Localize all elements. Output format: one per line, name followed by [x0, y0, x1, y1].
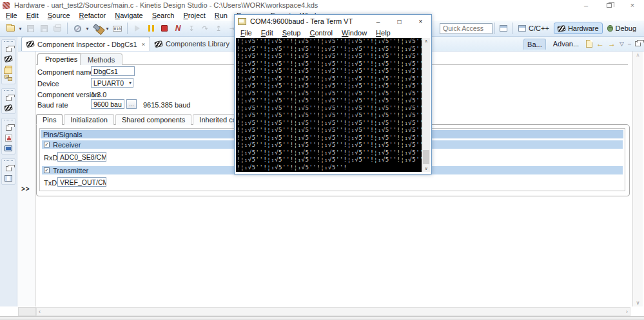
- menu-refactor[interactable]: Refactor: [75, 11, 111, 20]
- scroll-down-icon[interactable]: ∨: [633, 300, 643, 306]
- kds-minimize-button[interactable]: –: [574, 0, 598, 10]
- tab-close-icon[interactable]: ×: [142, 41, 145, 48]
- debug-config-dropdown-icon[interactable]: ▾: [84, 26, 90, 32]
- binary-build-button[interactable]: 010: [111, 22, 124, 35]
- scroll-left-icon[interactable]: ‹: [39, 308, 41, 315]
- menu-search[interactable]: Search: [148, 11, 179, 20]
- new-dropdown-icon[interactable]: ▾: [17, 26, 23, 32]
- tab-basic[interactable]: Ba...: [523, 39, 546, 50]
- teraterm-close-button[interactable]: ×: [410, 15, 431, 28]
- step-into-button[interactable]: ↧: [185, 22, 198, 35]
- terminal-screen[interactable]: !¦₁√5''!¦₁√5''!¦₁√5''!¦₁√5''!¦₁√5''!¦₁√5…: [236, 38, 422, 172]
- baud-browse-button[interactable]: ...: [126, 99, 137, 109]
- scroll-down-icon[interactable]: ∨: [422, 166, 430, 171]
- menu-edit[interactable]: Edit: [22, 11, 43, 20]
- tt-menu-help[interactable]: Help: [371, 29, 395, 37]
- new-page-icon[interactable]: [586, 40, 592, 48]
- tab-shared-components[interactable]: Shared components: [115, 114, 191, 125]
- forward-icon[interactable]: →: [608, 40, 616, 48]
- tab-components-library[interactable]: Components Library: [150, 37, 234, 51]
- tab-properties[interactable]: Properties: [37, 53, 85, 65]
- tab-component-inspector[interactable]: Component Inspector - DbgCs1 ×: [21, 37, 150, 51]
- tt-menu-window[interactable]: Window: [337, 29, 371, 37]
- teraterm-maximize-button[interactable]: □: [389, 15, 410, 28]
- tt-menu-setup[interactable]: Setup: [278, 29, 306, 37]
- txd-select[interactable]: VREF_OUT/CMI ▾: [57, 177, 106, 187]
- console-view-icon[interactable]: [5, 146, 12, 151]
- terminal-row: !¦₁√5''!¦₁√5''!¦₁√5''!¦₁√5''!¦₁√5''!¦₁√5…: [237, 149, 422, 157]
- minimize-view-icon[interactable]: –: [628, 41, 631, 47]
- tt-menu-edit[interactable]: Edit: [257, 29, 278, 37]
- restore-view-icon[interactable]: [6, 126, 12, 131]
- scroll-right-icon[interactable]: ›: [626, 308, 628, 315]
- menu-file[interactable]: File: [1, 11, 22, 20]
- tt-menu-control[interactable]: Control: [305, 29, 337, 37]
- kds-restore-button[interactable]: [598, 0, 621, 10]
- drag-handle[interactable]: [4, 90, 13, 92]
- terminal-row: !¦₁√5''!¦₁√5''!¦₁√5''!¦₁√5''!¦₁√5''!¦₁√5…: [237, 127, 422, 135]
- drag-handle[interactable]: [4, 160, 13, 162]
- perspective-debug[interactable]: Debug: [603, 23, 640, 34]
- restore-view-icon[interactable]: [6, 47, 12, 52]
- rxd-select[interactable]: ADC0_SE8/CMF ▾: [57, 152, 106, 162]
- receiver-checkbox[interactable]: ✓: [44, 142, 50, 147]
- perspective-cpp[interactable]: C/C++: [514, 23, 553, 34]
- component-view-icon[interactable]: [4, 55, 13, 62]
- teraterm-minimize-button[interactable]: –: [367, 15, 389, 28]
- editor-vertical-scrollbar[interactable]: ∧ ∨: [632, 52, 643, 306]
- editor-horizontal-scrollbar[interactable]: ‹ ›: [36, 307, 630, 316]
- memory-view-icon[interactable]: [5, 175, 12, 182]
- tt-menu-file[interactable]: File: [236, 29, 257, 37]
- projects-folder-icon[interactable]: [5, 66, 12, 71]
- restore-view-icon[interactable]: [6, 96, 12, 101]
- menu-run[interactable]: Run: [210, 11, 232, 20]
- save-all-button[interactable]: [37, 22, 50, 35]
- maximize-view-icon[interactable]: [635, 41, 641, 46]
- save-button[interactable]: [24, 22, 37, 35]
- open-perspective-button[interactable]: [497, 22, 510, 35]
- build-button[interactable]: [91, 22, 104, 35]
- tab-methods[interactable]: Methods: [80, 53, 122, 65]
- tab-pins[interactable]: Pins: [36, 114, 63, 125]
- component-icon: [154, 40, 163, 47]
- hierarchy-icon[interactable]: [5, 75, 12, 81]
- terminal-scrollbar[interactable]: ∧ ∨: [422, 38, 430, 172]
- component-view-icon[interactable]: [4, 104, 13, 111]
- new-wizard-button[interactable]: [4, 22, 17, 35]
- restore-view-icon[interactable]: [6, 166, 12, 171]
- kds-app-icon: [3, 2, 10, 9]
- teraterm-titlebar[interactable]: COM4:9600baud - Tera Term VT – □ ×: [235, 15, 431, 28]
- scroll-up-icon[interactable]: ∧: [633, 52, 643, 58]
- scroll-up-icon[interactable]: ∧: [422, 39, 430, 44]
- receiver-label: Receiver: [53, 141, 81, 149]
- menu-source[interactable]: Source: [43, 11, 75, 20]
- baud-rate-input[interactable]: [91, 99, 124, 109]
- tab-advanced[interactable]: Advan...: [550, 39, 582, 49]
- device-select[interactable]: LPUART0 ▾: [91, 78, 133, 88]
- drag-handle[interactable]: [4, 41, 13, 43]
- menu-project[interactable]: Project: [179, 11, 210, 20]
- resume-button[interactable]: [131, 22, 144, 35]
- component-name-input[interactable]: [91, 66, 135, 76]
- user-view-icon[interactable]: [5, 135, 12, 142]
- terminate-button[interactable]: [158, 22, 171, 35]
- view-menu-icon[interactable]: ▽: [620, 41, 624, 47]
- terminate-icon: [161, 25, 168, 32]
- step-over-button[interactable]: ↷: [199, 22, 211, 35]
- back-icon[interactable]: ←: [596, 40, 604, 48]
- build-dropdown-icon[interactable]: ▾: [104, 26, 110, 32]
- perspective-hardware[interactable]: Hardware: [554, 23, 603, 34]
- tab-initialization[interactable]: Initialization: [64, 114, 113, 125]
- print-button[interactable]: [51, 22, 64, 35]
- suspend-button[interactable]: [144, 22, 157, 35]
- kds-close-button[interactable]: ×: [621, 0, 644, 10]
- expand-marker[interactable]: >>: [21, 185, 30, 193]
- drag-handle[interactable]: [4, 120, 13, 122]
- menu-navigate[interactable]: Navigate: [110, 11, 147, 20]
- scrollbar-thumb[interactable]: [423, 150, 429, 164]
- step-return-button[interactable]: ↥: [212, 22, 225, 35]
- quick-access-input[interactable]: [440, 23, 493, 34]
- disconnect-button[interactable]: N: [171, 22, 184, 35]
- transmitter-checkbox[interactable]: ✓: [44, 167, 50, 173]
- debug-config-button[interactable]: [71, 22, 84, 35]
